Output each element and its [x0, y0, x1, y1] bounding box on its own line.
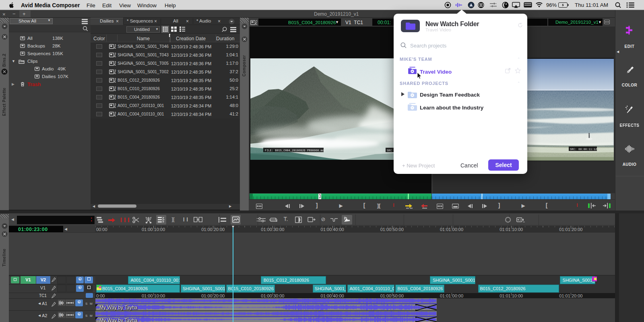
svg-text:SRC: 00:00:11:12: SRC: 00:00:11:12 [570, 148, 597, 151]
svg-text:SRC: SRC [387, 149, 392, 152]
svg-text:FILE: B015_C004_20180926 PR000: FILE: B015_C004_20180926 PR00000.mov [265, 149, 326, 152]
